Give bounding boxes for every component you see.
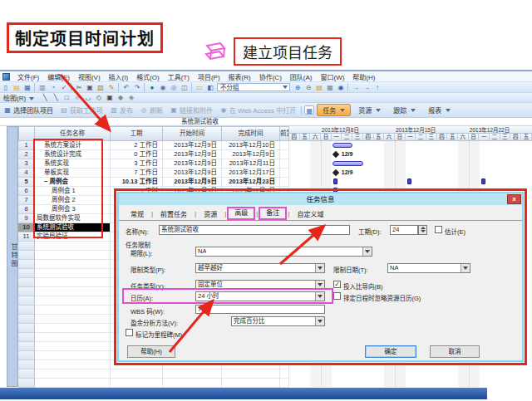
notes-icon[interactable]: ▭: [195, 83, 204, 92]
view-button-2[interactable]: 跟踪: [388, 105, 421, 115]
dialog-tab-4[interactable]: 备注: [259, 207, 287, 220]
task-finish-cell[interactable]: 2013年12月11日: [222, 159, 280, 169]
goto-task-icon[interactable]: ▤: [314, 83, 324, 92]
ok-button[interactable]: 确定: [365, 345, 416, 358]
zoom-in-icon[interactable]: ⊕: [293, 83, 303, 92]
ignore-resource-calendar-checkbox[interactable]: [333, 292, 341, 300]
row-number[interactable]: 8: [18, 205, 35, 214]
gantt-recurring-bar[interactable]: [481, 178, 485, 184]
team-button-4[interactable]: ▣链接和附件: [166, 105, 216, 115]
task-finish-cell[interactable]: 2013年12月9日: [222, 150, 280, 159]
task-predecessor-cell[interactable]: [280, 159, 289, 169]
column-header-1[interactable]: 工期: [111, 126, 163, 141]
task-name-cell[interactable]: 实验局验证: [35, 232, 111, 242]
constraint-type-combobox[interactable]: 越早越好: [195, 263, 325, 273]
menu-item-7[interactable]: 报表(R): [224, 72, 255, 81]
calendar-combobox[interactable]: 24 小时: [195, 291, 325, 301]
column-header-3[interactable]: 完成时间: [222, 126, 280, 141]
menu-item-9[interactable]: 团队(A): [286, 72, 317, 81]
row-number[interactable]: 11: [18, 232, 35, 242]
help-button[interactable]: 帮助(H): [127, 345, 175, 358]
mark-milestone-checkbox[interactable]: [126, 329, 133, 336]
cancel-button[interactable]: 取消: [430, 345, 480, 358]
attach-icon[interactable]: ◆: [116, 93, 126, 102]
task-predecessor-cell[interactable]: [280, 141, 289, 150]
gantt-milestone-diamond[interactable]: [332, 151, 339, 158]
task-name-cell[interactable]: 单板实现: [35, 169, 111, 178]
oval-icon[interactable]: ○: [72, 93, 82, 102]
line-icon[interactable]: ╲: [40, 93, 50, 102]
indent-icon[interactable]: →: [362, 83, 372, 92]
new-icon[interactable]: ▯: [1, 83, 11, 92]
name-field[interactable]: 系统测试验收: [159, 225, 350, 235]
draw-menu-button[interactable]: 绘图(R): [0, 93, 29, 102]
undo-icon[interactable]: ↶: [121, 83, 131, 92]
show-subtasks-icon[interactable]: ↑: [372, 83, 382, 92]
earned-value-combobox[interactable]: 完成百分比: [231, 316, 325, 326]
row-number[interactable]: 9: [18, 214, 35, 223]
task-name-cell[interactable]: 周例会 1: [35, 187, 111, 196]
task-duration-cell[interactable]: 2 工作日: [111, 141, 163, 150]
view-panel-icon[interactable]: ▦: [304, 105, 314, 115]
task-start-cell[interactable]: 2013年12月9日: [163, 150, 222, 159]
team-button-3[interactable]: ◎刷新: [136, 105, 166, 115]
gantt-recurring-bar[interactable]: [407, 178, 411, 184]
help-icon[interactable]: ◉: [336, 83, 346, 92]
textbox-icon[interactable]: ▣: [105, 93, 115, 102]
save-icon[interactable]: ▦: [22, 83, 32, 92]
polygon-icon[interactable]: ◇: [94, 93, 104, 102]
copy-icon[interactable]: ▣: [85, 83, 95, 92]
format-painter-icon[interactable]: ✎: [106, 83, 116, 92]
gantt-recurring-bar[interactable]: [333, 178, 337, 184]
task-finish-cell[interactable]: 2013年12月10日: [222, 141, 280, 150]
gantt-milestone-diamond[interactable]: [332, 169, 339, 176]
menu-item-3[interactable]: 插入(I): [105, 72, 133, 81]
menu-item-1[interactable]: 编辑(E): [43, 72, 74, 81]
task-predecessor-cell[interactable]: [280, 169, 289, 178]
paste-icon[interactable]: ▧: [96, 83, 106, 92]
constraint-date-combobox[interactable]: NA: [387, 263, 470, 273]
menu-item-6[interactable]: 项目(P): [194, 72, 224, 81]
column-header-4[interactable]: 前置任务: [280, 126, 289, 141]
row-number[interactable]: 6: [18, 187, 35, 196]
cycle-icon[interactable]: ◈: [126, 93, 136, 102]
task-duration-cell[interactable]: 10.13 工作日: [111, 178, 163, 187]
task-type-combobox[interactable]: 固定单位: [195, 280, 325, 290]
row-number[interactable]: 1: [18, 141, 35, 150]
dialog-tab-0[interactable]: 常规: [124, 209, 150, 218]
gantt-task-bar[interactable]: [332, 161, 363, 166]
view-button-0[interactable]: 任务: [317, 104, 351, 116]
menu-item-5[interactable]: 工具(T): [164, 72, 194, 81]
dialog-tab-3[interactable]: 高级: [227, 207, 255, 220]
task-name-cell[interactable]: − 周例会: [35, 178, 111, 187]
cut-icon[interactable]: ✂: [74, 83, 84, 92]
task-predecessor-cell[interactable]: [280, 178, 289, 187]
arrow-icon[interactable]: ╲: [51, 93, 61, 102]
task-duration-cell[interactable]: 7 工作日: [111, 169, 163, 178]
task-name-cell[interactable]: 系统测试验收: [35, 223, 111, 232]
row-number[interactable]: 7: [18, 196, 35, 205]
effort-driven-checkbox[interactable]: ✓: [333, 281, 341, 288]
hyperlink-icon[interactable]: ●: [147, 83, 157, 92]
deadline-combobox[interactable]: NA: [195, 247, 372, 257]
task-finish-cell[interactable]: 2013年12月17日: [222, 169, 280, 178]
split-task-icon[interactable]: ◫: [180, 83, 190, 92]
estimated-checkbox[interactable]: [435, 226, 442, 233]
close-icon[interactable]: x: [507, 194, 521, 204]
open-icon[interactable]: ▤: [12, 83, 22, 92]
gantt-task-bar[interactable]: [332, 143, 352, 148]
task-name-cell[interactable]: 系统实现: [35, 159, 111, 169]
copy-picture-icon[interactable]: ▦: [325, 83, 335, 92]
menu-item-0[interactable]: 文件(F): [13, 72, 43, 81]
team-button-0[interactable]: ▦选择团队项目: [0, 105, 57, 115]
row-number[interactable]: 3: [18, 159, 35, 169]
task-start-cell[interactable]: 2013年12月9日: [163, 169, 222, 178]
menu-item-8[interactable]: 协作(C): [255, 72, 286, 81]
rectangle-icon[interactable]: □: [62, 93, 71, 102]
arc-icon[interactable]: ◡: [83, 93, 93, 102]
task-finish-cell[interactable]: 2013年12月23日: [222, 178, 280, 187]
task-name-cell[interactable]: 系统设计完成: [35, 150, 111, 159]
task-predecessor-cell[interactable]: [280, 150, 289, 159]
row-number[interactable]: 4: [18, 169, 35, 178]
unlink-tasks-icon[interactable]: ◎: [169, 83, 179, 92]
